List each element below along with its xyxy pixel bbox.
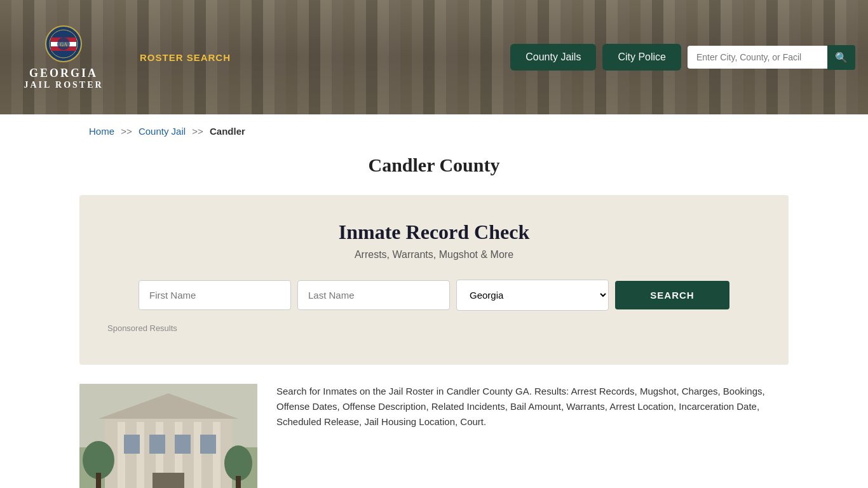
svg-rect-12 [137, 422, 144, 488]
header-search-button[interactable]: 🔍 [827, 45, 855, 70]
record-check-form: Georgia SEARCH [105, 280, 763, 311]
header-right: County Jails City Police 🔍 [510, 44, 855, 71]
svg-rect-20 [200, 435, 216, 454]
svg-rect-19 [175, 435, 191, 454]
svg-rect-18 [149, 435, 165, 454]
state-select[interactable]: Georgia [456, 280, 609, 311]
svg-rect-21 [153, 473, 184, 488]
page-title-area: Candler County [0, 148, 868, 195]
header-search-input[interactable] [688, 46, 827, 69]
roster-search-nav[interactable]: ROSTER SEARCH [140, 52, 231, 63]
svg-text:GA: GA [60, 42, 67, 48]
svg-rect-17 [124, 435, 140, 454]
content-description: Search for Inmates on the Jail Roster in… [276, 384, 789, 430]
record-check-box: Inmate Record Check Arrests, Warrants, M… [79, 195, 789, 365]
content-section: Search for Inmates on the Jail Roster in… [0, 365, 868, 488]
search-icon: 🔍 [835, 52, 848, 63]
logo-title-georgia: GEORGIA [29, 67, 98, 80]
svg-rect-11 [118, 422, 125, 488]
svg-rect-15 [194, 422, 201, 488]
record-check-subtitle: Arrests, Warrants, Mugshot & More [105, 249, 763, 261]
breadcrumb-sep1: >> [121, 126, 132, 137]
first-name-input[interactable] [139, 280, 291, 310]
breadcrumb-home[interactable]: Home [89, 126, 114, 137]
svg-point-25 [224, 445, 252, 481]
sponsored-label: Sponsored Results [105, 323, 763, 333]
header-search-bar: 🔍 [688, 45, 855, 70]
georgia-seal-icon: GA [44, 25, 83, 63]
city-police-button[interactable]: City Police [602, 44, 681, 71]
county-jails-button[interactable]: County Jails [510, 44, 596, 71]
record-search-button[interactable]: SEARCH [615, 281, 729, 309]
building-image [79, 384, 257, 488]
svg-rect-16 [213, 422, 220, 488]
breadcrumb-sep2: >> [192, 126, 203, 137]
building-svg [79, 384, 257, 488]
svg-rect-26 [96, 473, 101, 488]
logo-title-sub: JAIL ROSTER [24, 80, 103, 90]
breadcrumb-county-jail[interactable]: County Jail [139, 126, 186, 137]
page-title: Candler County [0, 154, 868, 176]
site-logo[interactable]: GA GEORGIA JAIL ROSTER [13, 25, 114, 90]
breadcrumb-current: Candler [210, 126, 245, 137]
last-name-input[interactable] [297, 280, 450, 310]
svg-rect-27 [236, 476, 241, 488]
record-check-title: Inmate Record Check [105, 220, 763, 244]
site-header: GA GEORGIA JAIL ROSTER ROSTER SEARCH Cou… [0, 0, 868, 114]
breadcrumb: Home >> County Jail >> Candler [0, 114, 868, 148]
